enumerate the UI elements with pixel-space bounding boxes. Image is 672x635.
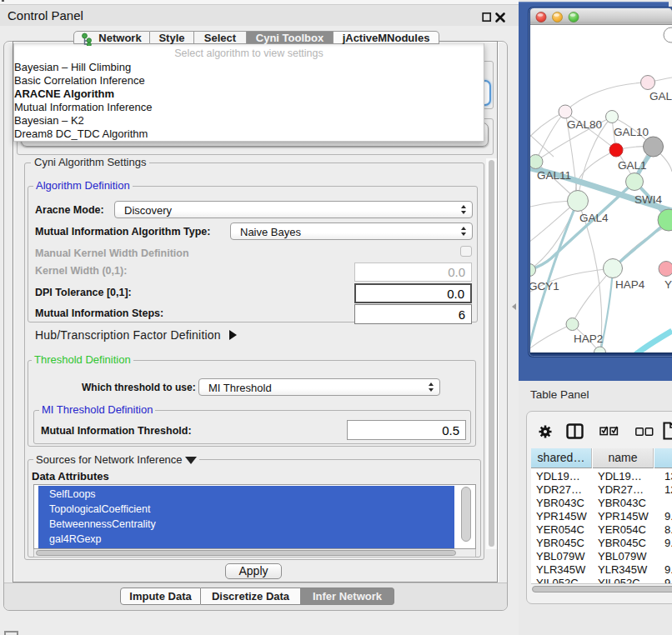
svg-text:GAL11: GAL11 <box>537 169 571 182</box>
svg-text:GCY1: GCY1 <box>529 280 559 292</box>
svg-text:GAL4: GAL4 <box>579 212 609 224</box>
svg-text:Y: Y <box>664 278 672 291</box>
svg-text:GAL1: GAL1 <box>618 159 647 172</box>
svg-text:GAL10: GAL10 <box>614 126 649 138</box>
svg-text:SWI4: SWI4 <box>634 193 662 206</box>
svg-text:HAP4: HAP4 <box>615 278 645 291</box>
svg-text:GAL80: GAL80 <box>567 118 602 131</box>
svg-text:GAL2: GAL2 <box>649 90 672 102</box>
svg-text:HAP2: HAP2 <box>574 332 603 345</box>
